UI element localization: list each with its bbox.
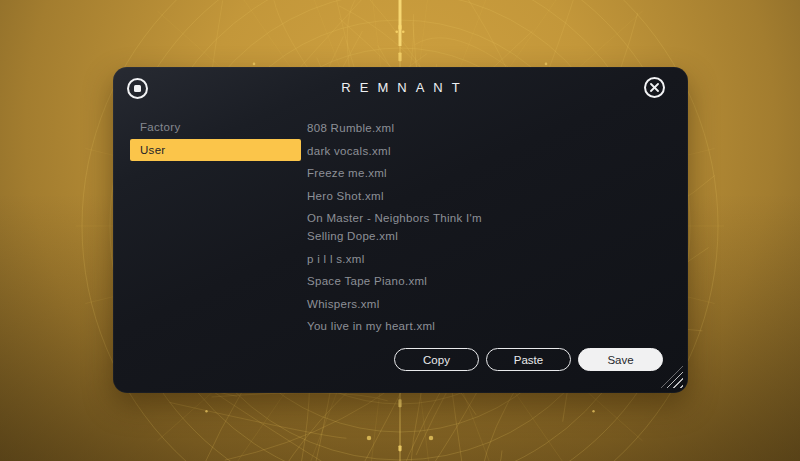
close-x-glyph [650,83,659,92]
action-button-row: Copy Paste Save [394,348,663,371]
preset-file-list: 808 Rumble.xml dark vocals.xml Freeze me… [307,119,487,340]
close-icon[interactable] [644,77,665,98]
list-item-preset[interactable]: You live in my heart.xml [307,317,487,335]
paste-button[interactable]: Paste [486,348,571,371]
page-title: REMNANT [113,80,688,95]
copy-button[interactable]: Copy [394,348,479,371]
list-item-preset[interactable]: 808 Rumble.xml [307,119,487,137]
sidebar-item-user[interactable]: User [130,139,301,161]
list-item-preset[interactable]: dark vocals.xml [307,142,487,160]
list-item-preset[interactable]: Hero Shot.xml [307,187,487,205]
sidebar-item-factory[interactable]: Factory [130,116,301,138]
list-item-preset[interactable]: On Master - Neighbors Think I'm Selling … [307,209,487,245]
resize-handle[interactable] [661,366,683,388]
list-item-preset[interactable]: Space Tape Piano.xml [307,272,487,290]
list-item-preset[interactable]: Freeze me.xml [307,164,487,182]
list-item-preset[interactable]: p i l l s.xml [307,250,487,268]
list-item-preset[interactable]: Whispers.xml [307,295,487,313]
save-button[interactable]: Save [578,348,663,371]
remnant-preset-browser-window: REMNANT Factory User 808 Rumble.xml dark… [113,67,688,393]
